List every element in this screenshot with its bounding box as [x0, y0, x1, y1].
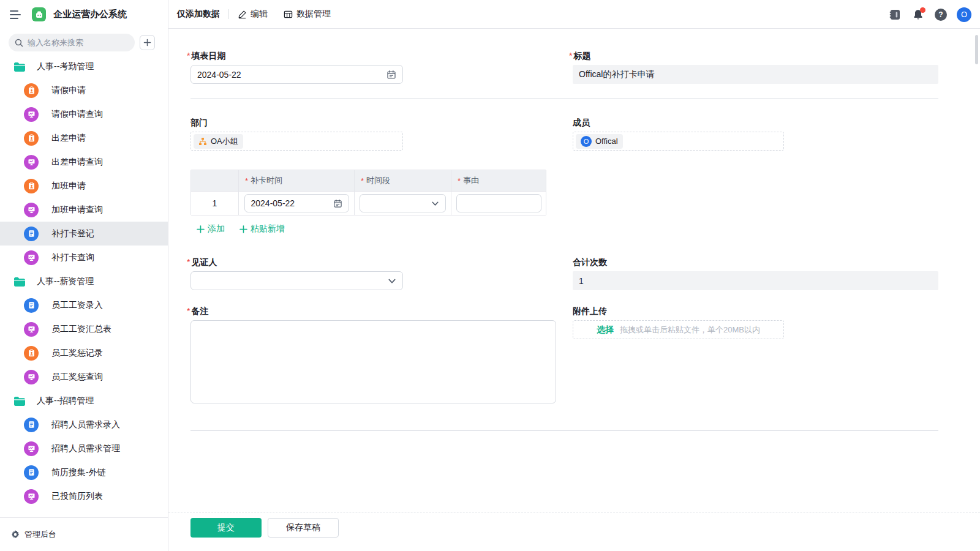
data-manage-button[interactable]: 数据管理 — [284, 9, 331, 20]
row-period-select[interactable] — [360, 194, 446, 212]
monitor-icon — [24, 155, 39, 170]
sidebar-item-leave-query[interactable]: 请假申请查询 — [0, 102, 168, 126]
sidebar-item-salary-entry[interactable]: 员工工资录入 — [0, 293, 168, 317]
monitor-icon — [24, 203, 39, 217]
paste-add-button[interactable]: 粘贴新增 — [239, 223, 285, 234]
gear-icon — [11, 530, 20, 539]
row-index: 1 — [191, 192, 239, 215]
witness-label: *见证人 — [187, 257, 217, 268]
document-icon — [24, 465, 39, 480]
witness-select[interactable] — [190, 271, 403, 290]
monitor-icon — [24, 370, 39, 384]
sidebar-nav: 人事--考勤管理 请假申请 请假申请查询 出差申请 出差申请查询 加班申请 加班… — [0, 54, 168, 508]
mode-label: 仅添加数据 — [177, 9, 220, 20]
sidebar-header: 企业运营办公系统 — [0, 0, 168, 29]
edit-button[interactable]: 编辑 — [238, 9, 268, 20]
attachment-label: 附件上传 — [573, 306, 607, 317]
sidebar-group-attendance[interactable]: 人事--考勤管理 — [0, 54, 168, 78]
member-tag[interactable]: O Offical — [576, 134, 623, 149]
sidebar-group-salary[interactable]: 人事--薪资管理 — [0, 269, 168, 293]
remark-label: *备注 — [187, 306, 208, 317]
notifications-bell-icon[interactable] — [911, 8, 925, 21]
app-logo-icon — [32, 7, 46, 21]
journal-panel-icon[interactable] — [888, 8, 902, 21]
section-divider — [190, 98, 938, 99]
search-icon — [15, 39, 23, 47]
makeup-time-column-header: *补卡时间 — [239, 170, 355, 191]
chevron-down-icon — [431, 200, 439, 208]
sidebar-item-business-trip-request[interactable]: 出差申请 — [0, 126, 168, 150]
department-picker[interactable]: OA小组 — [190, 132, 403, 151]
attachment-hint: 拖拽或单击后粘贴文件，单个20MB以内 — [620, 324, 760, 335]
folder-icon — [13, 277, 26, 287]
sidebar-item-reward-punishment-record[interactable]: 员工奖惩记录 — [0, 341, 168, 365]
sidebar-item-recruit-demand-entry[interactable]: 招聘人员需求录入 — [0, 413, 168, 437]
save-draft-button[interactable]: 保存草稿 — [268, 518, 339, 538]
toolbar-divider — [228, 9, 229, 19]
reason-column-header: *事由 — [451, 170, 546, 191]
department-label: 部门 — [190, 118, 208, 129]
row-makeup-time-input[interactable] — [244, 194, 349, 212]
sidebar-group-recruitment[interactable]: 人事--招聘管理 — [0, 389, 168, 413]
document-icon — [24, 298, 39, 313]
collapse-sidebar-icon[interactable] — [10, 10, 21, 19]
table-header-row: *补卡时间 *时间段 *事由 — [191, 170, 546, 191]
calendar-icon — [386, 70, 396, 80]
total-count-input — [573, 271, 938, 290]
form-area: *填表日期 *标题 部门 OA小组 成员 O Offical *补卡时间 *时间… — [168, 29, 980, 512]
sidebar-item-salary-summary[interactable]: 员工工资汇总表 — [0, 317, 168, 341]
fill-date-label: *填表日期 — [187, 51, 225, 62]
monitor-icon — [24, 107, 39, 122]
department-tag[interactable]: OA小组 — [194, 134, 243, 149]
admin-console-link[interactable]: 管理后台 — [0, 517, 168, 551]
document-icon — [24, 418, 39, 432]
sidebar-item-reward-punishment-query[interactable]: 员工奖惩查询 — [0, 365, 168, 389]
sidebar: 企业运营办公系统 人事--考勤管理 请假申请 请假申请查询 出差申请 出差申请查… — [0, 0, 168, 551]
row-reason-input[interactable] — [456, 194, 541, 212]
monitor-icon — [24, 250, 39, 265]
period-column-header: *时间段 — [355, 170, 451, 191]
sidebar-item-recruit-demand-manage[interactable]: 招聘人员需求管理 — [0, 437, 168, 460]
clipboard-icon — [24, 131, 39, 146]
sidebar-item-overtime-request[interactable]: 加班申请 — [0, 174, 168, 198]
clipboard-icon — [24, 179, 39, 193]
table-row: 1 — [191, 191, 546, 215]
calendar-icon — [333, 199, 342, 208]
section-divider — [190, 430, 938, 431]
sidebar-item-submitted-resume-list[interactable]: 已投简历列表 — [0, 484, 168, 508]
index-column-header — [191, 170, 239, 191]
attachment-upload[interactable]: 选择 拖拽或单击后粘贴文件，单个20MB以内 — [573, 320, 784, 339]
remark-textarea[interactable] — [190, 320, 556, 403]
sidebar-item-clockin-makeup-register[interactable]: 补打卡登记 — [0, 222, 168, 246]
plus-icon — [197, 225, 205, 233]
member-picker[interactable]: O Offical — [573, 132, 784, 151]
sidebar-item-business-trip-query[interactable]: 出差申请查询 — [0, 150, 168, 174]
scrollbar[interactable] — [975, 35, 978, 64]
help-icon[interactable]: ? — [935, 9, 947, 21]
submit-button[interactable]: 提交 — [190, 518, 262, 538]
makeup-table: *补卡时间 *时间段 *事由 1 — [190, 170, 546, 216]
sidebar-search[interactable] — [9, 34, 135, 51]
add-button[interactable] — [140, 35, 155, 50]
form-footer: 提交 保存草稿 — [168, 512, 980, 551]
notification-badge — [920, 7, 925, 13]
chevron-down-icon — [388, 277, 396, 285]
user-avatar[interactable]: O — [957, 7, 971, 22]
sidebar-item-leave-request[interactable]: 请假申请 — [0, 78, 168, 102]
app-title: 企业运营办公系统 — [53, 9, 127, 20]
add-row-button[interactable]: 添加 — [197, 223, 225, 234]
attachment-select-link[interactable]: 选择 — [597, 324, 614, 335]
clipboard-icon — [24, 346, 39, 361]
document-icon — [24, 227, 39, 241]
sidebar-item-resume-collect-link[interactable]: 简历搜集-外链 — [0, 460, 168, 484]
plus-icon — [239, 225, 247, 233]
clipboard-icon — [24, 83, 39, 98]
total-count-label: 合计次数 — [573, 257, 607, 268]
pencil-icon — [238, 10, 247, 19]
fill-date-input[interactable] — [190, 65, 403, 84]
org-chart-icon — [198, 137, 207, 146]
sidebar-item-overtime-query[interactable]: 加班申请查询 — [0, 198, 168, 222]
search-input[interactable] — [28, 38, 126, 47]
title-input — [573, 65, 938, 84]
sidebar-item-clockin-makeup-query[interactable]: 补打卡查询 — [0, 246, 168, 269]
